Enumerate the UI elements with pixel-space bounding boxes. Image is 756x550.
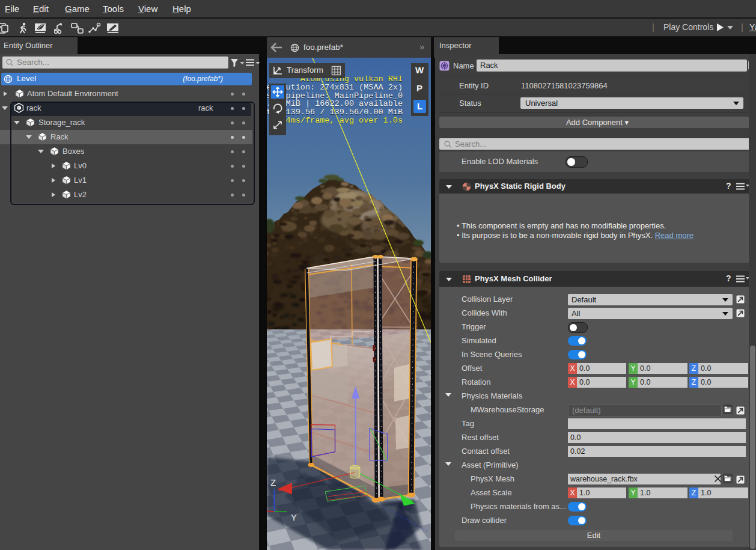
svg-text:Y: Y — [291, 512, 297, 522]
svg-text:Z: Z — [270, 477, 276, 487]
